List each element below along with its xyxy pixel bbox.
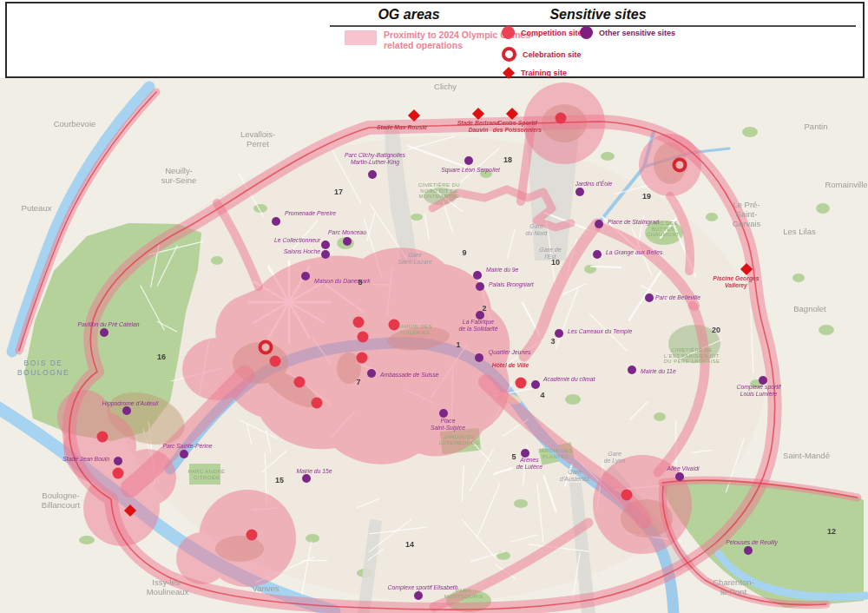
other-sensitive-site-icon (580, 26, 593, 39)
competition-site-label: Competition site (521, 29, 582, 37)
og-area-swatch (345, 30, 377, 45)
legend-item-celebration: Celebration site (502, 47, 582, 62)
legend-panel: OG areas Sensitive sites Proximity to 20… (5, 2, 865, 78)
legend-sensitive-sites-title: Sensitive sites (490, 7, 707, 23)
legend-item-other-sensitive: Other sensitive sites (580, 26, 675, 39)
other-sensitive-site-label: Other sensitive sites (599, 29, 675, 37)
olympic-sites-map-figure: OG areas Sensitive sites Proximity to 20… (0, 0, 868, 613)
basemap-svg (0, 78, 868, 613)
legend-item-training: Training site (503, 67, 567, 79)
training-site-label: Training site (521, 69, 567, 77)
training-site-icon (503, 67, 515, 79)
celebration-site-icon (502, 47, 516, 62)
legend-item-competition: Competition site (502, 26, 582, 39)
competition-site-icon (502, 26, 515, 39)
celebration-site-label: Celebration site (523, 50, 582, 59)
legend-og-areas-title: OG areas (335, 7, 483, 23)
map-canvas[interactable] (0, 78, 868, 613)
